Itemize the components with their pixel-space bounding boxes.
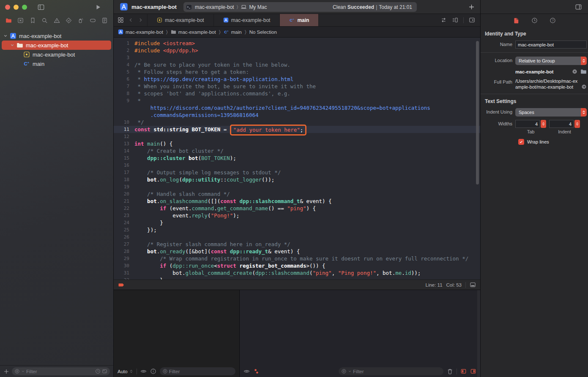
- line-number[interactable]: 3: [114, 54, 129, 61]
- file-inspector-icon[interactable]: [513, 17, 520, 24]
- line-number[interactable]: 28: [114, 248, 129, 255]
- close-window-button[interactable]: [5, 5, 10, 10]
- line-number[interactable]: 9: [114, 97, 129, 104]
- code-text[interactable]: #include <iostream>: [134, 40, 195, 47]
- project-navigator-icon[interactable]: [5, 17, 12, 24]
- code-line[interactable]: 4/* Be sure to place your token in the l…: [114, 61, 480, 68]
- line-number[interactable]: 26: [114, 233, 129, 241]
- code-text[interactable]: /* Handle slash command */: [134, 190, 230, 198]
- line-number[interactable]: 32: [114, 277, 129, 279]
- code-review-icon[interactable]: [440, 17, 447, 23]
- choose-folder-icon[interactable]: [580, 68, 587, 75]
- code-text[interactable]: int main() {: [134, 140, 172, 147]
- clear-console-icon[interactable]: [447, 368, 453, 374]
- line-number[interactable]: 24: [114, 219, 129, 226]
- breadcrumb-item[interactable]: mac-example-bot: [171, 29, 216, 35]
- sidebar-toggle-icon[interactable]: [37, 3, 45, 11]
- dropdown-stepper-icon[interactable]: [581, 108, 587, 117]
- code-text[interactable]: bot.on_ready([&bot](const dpp::ready_t& …: [134, 248, 300, 255]
- line-number[interactable]: 21: [114, 198, 129, 205]
- line-number[interactable]: 20: [114, 190, 129, 198]
- quick-help-inspector-icon[interactable]: ?: [550, 17, 556, 24]
- line-number[interactable]: 13: [114, 140, 129, 147]
- line-number[interactable]: 18: [114, 176, 129, 183]
- code-text[interactable]: */: [134, 119, 144, 126]
- new-tab-button[interactable]: [468, 4, 475, 10]
- tab-target[interactable]: mac-example-bot: [147, 14, 214, 26]
- tree-item-main[interactable]: C+main: [0, 59, 113, 68]
- navigator-filter-input[interactable]: [26, 369, 94, 374]
- indent-width-stepper[interactable]: [574, 120, 580, 128]
- source-editor[interactable]: 1#include <iostream>2#include <dpp/dpp.h…: [114, 38, 480, 279]
- print-description-icon[interactable]: [150, 368, 156, 374]
- disclosure-chevron-icon[interactable]: [3, 34, 8, 38]
- code-text[interactable]: #include <dpp/dpp.h>: [134, 47, 198, 54]
- variables-view-content[interactable]: [114, 290, 239, 366]
- code-line[interactable]: 21 bot.on_slashcommand([](const dpp::sla…: [114, 198, 480, 205]
- disclosure-chevron-icon[interactable]: [10, 43, 14, 47]
- code-text[interactable]: https://discord.com/oauth2/authorize?cli…: [134, 104, 430, 111]
- line-number[interactable]: 10: [114, 119, 129, 126]
- minimize-window-button[interactable]: [14, 5, 19, 10]
- open-in-finder-icon[interactable]: [581, 84, 587, 90]
- breadcrumb-item[interactable]: No Selection: [249, 30, 277, 35]
- line-number[interactable]: 6: [114, 76, 129, 83]
- code-line[interactable]: 3: [114, 54, 480, 61]
- go-back-icon[interactable]: [128, 17, 134, 23]
- code-line[interactable]: 5 * Follow steps here to get a token:: [114, 68, 480, 76]
- line-number[interactable]: 23: [114, 212, 129, 219]
- code-text[interactable]: if (dpp::run_once<struct register_bot_co…: [134, 262, 325, 269]
- line-number[interactable]: 19: [114, 183, 129, 190]
- code-text[interactable]: /* Register slash command here in on_rea…: [134, 241, 290, 248]
- code-line[interactable]: .commands&permissions=139586816064: [114, 111, 480, 119]
- console-filter-input[interactable]: [353, 369, 441, 374]
- code-text[interactable]: /* Be sure to place your token in the li…: [134, 61, 290, 68]
- code-text[interactable]: }: [134, 219, 163, 226]
- history-inspector-icon[interactable]: [531, 17, 538, 24]
- tab-width-field[interactable]: 4: [515, 120, 540, 128]
- recent-files-filter-icon[interactable]: [95, 369, 101, 374]
- code-line[interactable]: 28 bot.on_ready([&bot](const dpp::ready_…: [114, 248, 480, 255]
- code-text[interactable]: /* Wrap command registration in run_once…: [134, 255, 468, 262]
- code-line[interactable]: 20 /* Handle slash command */: [114, 190, 480, 198]
- line-number[interactable]: 25: [114, 226, 129, 233]
- code-text[interactable]: /* Output simple log messages to stdout …: [134, 169, 281, 176]
- add-editor-icon[interactable]: [469, 17, 475, 23]
- console-content[interactable]: [240, 290, 480, 366]
- source-control-status-filter-icon[interactable]: [102, 369, 107, 374]
- scheme-and-status-capsule[interactable]: mac-example-bot 〉 My Mac Clean Succeeded…: [183, 2, 417, 12]
- breadcrumb-item[interactable]: C+main: [224, 29, 242, 35]
- code-line[interactable]: 16: [114, 162, 480, 169]
- line-number[interactable]: 14: [114, 147, 129, 155]
- breadcrumb-item[interactable]: mac-example-bot: [118, 29, 163, 35]
- code-text[interactable]: });: [134, 226, 157, 233]
- hide-debug-area-icon[interactable]: [470, 282, 476, 288]
- inspector-toggle-icon[interactable]: [575, 3, 582, 11]
- go-forward-icon[interactable]: [138, 17, 143, 23]
- line-number[interactable]: 17: [114, 169, 129, 176]
- code-line[interactable]: 31 bot.global_command_create(dpp::slashc…: [114, 269, 480, 277]
- code-line[interactable]: 24 }: [114, 219, 480, 226]
- code-text[interactable]: dpp::cluster bot(BOT_TOKEN);: [134, 155, 236, 162]
- line-number[interactable]: 1: [114, 40, 129, 47]
- code-line[interactable]: 19: [114, 183, 480, 190]
- issues-navigator-icon[interactable]: [54, 17, 60, 24]
- console-io-filter-icon[interactable]: [253, 368, 260, 374]
- scheme-name[interactable]: mac-example-bot: [195, 4, 234, 10]
- breakpoint-icon[interactable]: [118, 282, 125, 288]
- line-number[interactable]: 27: [114, 241, 129, 248]
- line-number[interactable]: 4: [114, 61, 129, 68]
- run-button[interactable]: [95, 4, 101, 11]
- line-number[interactable]: 22: [114, 205, 129, 212]
- line-number[interactable]: 15: [114, 155, 129, 162]
- code-line[interactable]: 14 /* Create bot cluster */: [114, 147, 480, 155]
- code-text[interactable]: *: [134, 97, 141, 104]
- line-number[interactable]: 29: [114, 255, 129, 262]
- line-number[interactable]: 11: [114, 126, 129, 133]
- line-number[interactable]: 5: [114, 68, 129, 76]
- reports-navigator-icon[interactable]: [101, 17, 108, 24]
- code-text[interactable]: /* Create bot cluster */: [134, 147, 224, 155]
- name-field[interactable]: mac-example-bot: [515, 41, 587, 49]
- code-text[interactable]: bot.on_log(dpp::utility::cout_logger());: [134, 176, 274, 183]
- tab-width-stepper[interactable]: [541, 120, 546, 128]
